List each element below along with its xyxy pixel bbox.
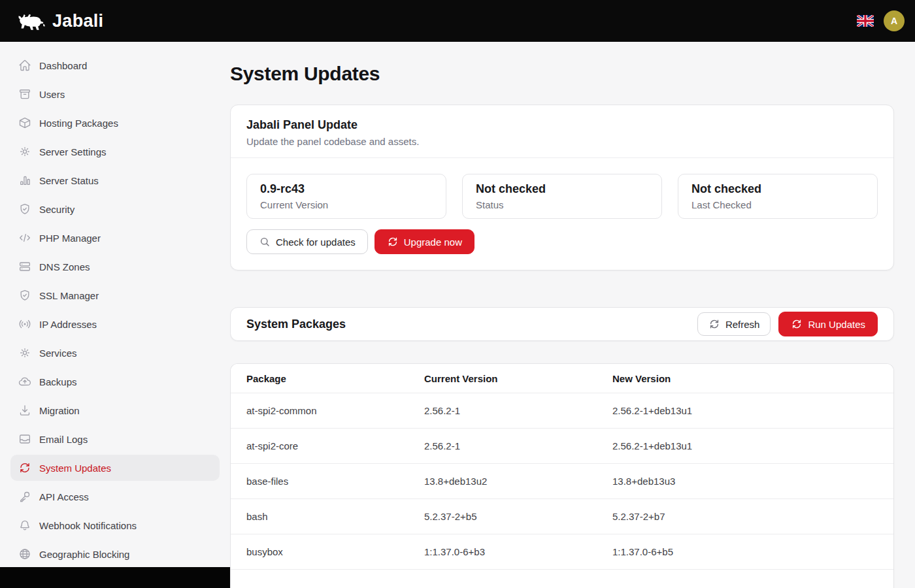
sidebar-item-webhook-notifications[interactable]: Webhook Notifications	[10, 512, 220, 538]
cell-current-version: 13.8+deb13u2	[408, 464, 597, 499]
sidebar-item-services[interactable]: Services	[10, 340, 220, 366]
sidebar-item-label: API Access	[39, 491, 89, 502]
upgrade-now-button[interactable]: Upgrade now	[374, 229, 474, 254]
cell-new-version: 13.8+deb13u3	[597, 464, 893, 499]
sidebar-item-ip-addresses[interactable]: IP Addresses	[10, 311, 220, 337]
panel-update-card: Jabali Panel Update Update the panel cod…	[230, 105, 894, 270]
sidebar-item-migration[interactable]: Migration	[10, 397, 220, 423]
sidebar-item-dashboard[interactable]: Dashboard	[10, 52, 220, 78]
stat-label: Status	[476, 199, 648, 210]
sidebar-item-api-access[interactable]: API Access	[10, 483, 220, 510]
sidebar-item-email-logs[interactable]: Email Logs	[10, 426, 220, 452]
panel-update-actions: Check for updates Upgrade now	[246, 229, 878, 254]
shield-check-icon	[18, 203, 31, 216]
table-row: busybox 1:1.37.0-6+b3 1:1.37.0-6+b5	[231, 534, 893, 570]
cloud-arrow-up-icon	[18, 375, 31, 388]
sidebar-item-label: Security	[39, 204, 75, 215]
sidebar-item-label: SSL Manager	[39, 290, 99, 301]
sidebar-bottom-gap	[0, 567, 230, 588]
cell-new-version	[597, 570, 893, 588]
sidebar-item-server-settings[interactable]: Server Settings	[10, 139, 220, 165]
archive-box-icon	[18, 88, 31, 101]
packages-table-card: Package Current Version New Version at-s…	[230, 363, 894, 588]
sidebar-item-label: Hosting Packages	[39, 118, 118, 129]
table-row-partial	[231, 570, 893, 588]
uk-flag-icon	[857, 15, 874, 27]
cell-current-version	[408, 570, 597, 588]
arrow-down-tray-icon	[18, 404, 31, 417]
brand-logo[interactable]: Jabali	[17, 10, 103, 31]
sidebar-item-label: IP Addresses	[39, 319, 97, 330]
brand-name: Jabali	[52, 11, 103, 31]
cell-current-version: 2.56.2-1	[408, 429, 597, 464]
cell-new-version: 1:1.37.0-6+b5	[597, 534, 893, 570]
sidebar-item-hosting-packages[interactable]: Hosting Packages	[10, 110, 220, 136]
sidebar-item-label: Email Logs	[39, 434, 88, 445]
sidebar-item-label: Services	[39, 348, 77, 359]
inbox-icon	[18, 433, 31, 446]
panel-update-subtitle: Update the panel codebase and assets.	[246, 136, 878, 147]
cell-new-version: 2.56.2-1+deb13u1	[597, 429, 893, 464]
sidebar-item-label: Server Settings	[39, 146, 107, 157]
panel-update-card-body: 0.9-rc43 Current Version Not checked Sta…	[231, 158, 893, 270]
table-row: at-spi2-common 2.56.2-1 2.56.2-1+deb13u1	[231, 393, 893, 429]
cube-icon	[18, 116, 31, 129]
table-row: bash 5.2.37-2+b5 5.2.37-2+b7	[231, 499, 893, 534]
column-header-new-version: New Version	[597, 364, 893, 393]
refresh-icon	[387, 236, 399, 248]
search-icon	[259, 236, 271, 248]
table-row: at-spi2-core 2.56.2-1 2.56.2-1+deb13u1	[231, 429, 893, 464]
code-bracket-icon	[18, 231, 31, 244]
cell-current-version: 1:1.37.0-6+b3	[408, 534, 597, 570]
sidebar-item-label: Server Status	[39, 175, 99, 186]
refresh-button[interactable]: Refresh	[697, 312, 771, 336]
sidebar-item-label: Migration	[39, 405, 80, 416]
run-updates-label: Run Updates	[808, 319, 865, 330]
cog-icon	[18, 145, 31, 158]
sidebar-item-dns-zones[interactable]: DNS Zones	[10, 253, 220, 280]
sidebar-item-label: Users	[39, 89, 65, 100]
check-for-updates-label: Check for updates	[276, 237, 356, 248]
bell-icon	[18, 519, 31, 532]
sidebar-item-label: PHP Manager	[39, 233, 101, 244]
stat-current-version: 0.9-rc43 Current Version	[246, 174, 446, 219]
stat-status: Not checked Status	[462, 174, 662, 219]
cell-current-version: 2.56.2-1	[408, 393, 597, 429]
cell-package: bash	[231, 499, 408, 534]
upgrade-now-label: Upgrade now	[404, 237, 462, 248]
system-packages-title: System Packages	[246, 318, 346, 331]
cell-package: at-spi2-common	[231, 393, 408, 429]
sidebar-item-php-manager[interactable]: PHP Manager	[10, 225, 220, 251]
sidebar-item-security[interactable]: Security	[10, 196, 220, 222]
cog-icon	[18, 346, 31, 359]
language-flag-button[interactable]	[856, 14, 874, 28]
stat-label: Last Checked	[691, 199, 864, 210]
sidebar-item-label: Geographic Blocking	[39, 549, 129, 560]
sidebar-item-server-status[interactable]: Server Status	[10, 167, 220, 193]
check-for-updates-button[interactable]: Check for updates	[246, 229, 368, 254]
topbar-actions: A	[856, 10, 905, 31]
sidebar-item-system-updates[interactable]: System Updates	[10, 455, 220, 481]
sidebar-item-backups[interactable]: Backups	[10, 368, 220, 395]
stat-value: Not checked	[691, 182, 864, 196]
sidebar-item-ssl-manager[interactable]: SSL Manager	[10, 282, 220, 308]
sidebar-item-label: Webhook Notifications	[39, 520, 137, 531]
sidebar-item-users[interactable]: Users	[10, 81, 220, 107]
sidebar-item-geographic-blocking[interactable]: Geographic Blocking	[10, 541, 220, 567]
stat-value: Not checked	[476, 182, 648, 196]
table-row: base-files 13.8+deb13u2 13.8+deb13u3	[231, 464, 893, 499]
panel-update-title: Jabali Panel Update	[246, 118, 878, 132]
sidebar-item-label: System Updates	[39, 463, 111, 474]
sidebar-item-label: DNS Zones	[39, 261, 90, 272]
page-title: System Updates	[230, 63, 894, 85]
sidebar-item-label: Dashboard	[39, 60, 87, 71]
globe-icon	[18, 547, 31, 561]
system-packages-bar: System Packages Refresh Run Updates	[230, 307, 894, 341]
stats-row: 0.9-rc43 Current Version Not checked Sta…	[246, 174, 878, 219]
user-avatar[interactable]: A	[884, 10, 905, 31]
run-updates-button[interactable]: Run Updates	[778, 312, 878, 336]
server-stack-icon	[18, 260, 31, 273]
cell-package	[231, 570, 408, 588]
topbar: Jabali A	[0, 0, 915, 42]
panel-update-card-header: Jabali Panel Update Update the panel cod…	[231, 105, 893, 157]
